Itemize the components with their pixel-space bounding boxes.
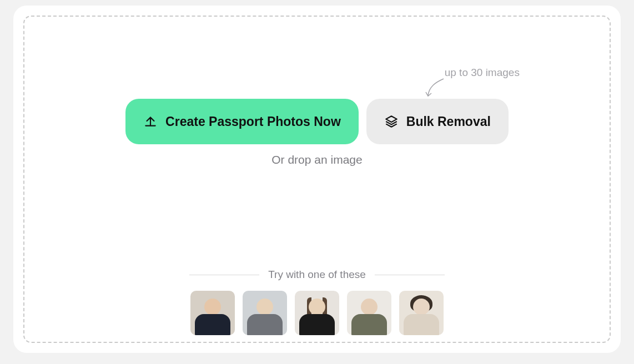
curved-arrow-icon [425, 78, 447, 101]
bulk-removal-button[interactable]: Bulk Removal [366, 99, 509, 144]
sample-photo-3[interactable] [295, 291, 339, 335]
dropzone[interactable]: up to 30 images Create Passport Photos N… [23, 16, 611, 343]
bulk-callout-label: up to 30 images [445, 67, 520, 79]
create-passport-button-label: Create Passport Photos Now [165, 114, 341, 129]
bulk-callout: up to 30 images [425, 67, 520, 101]
divider-right [375, 275, 445, 275]
upload-icon [143, 114, 158, 129]
bulk-removal-button-label: Bulk Removal [406, 114, 491, 129]
or-drop-hint: Or drop an image [271, 153, 362, 166]
sample-photo-5[interactable] [399, 291, 444, 335]
sample-photo-2[interactable] [243, 291, 287, 335]
samples-area: Try with one of these [24, 269, 610, 335]
sample-photo-1[interactable] [190, 291, 235, 335]
samples-heading: Try with one of these [259, 269, 375, 281]
sample-photo-4[interactable] [347, 291, 391, 335]
samples-heading-row: Try with one of these [189, 269, 445, 281]
samples-row [190, 291, 444, 335]
layers-icon [384, 114, 399, 129]
button-row: up to 30 images Create Passport Photos N… [125, 99, 509, 144]
divider-left [189, 275, 259, 275]
create-passport-button[interactable]: Create Passport Photos Now [125, 99, 359, 144]
upload-card: up to 30 images Create Passport Photos N… [13, 6, 621, 353]
button-area: up to 30 images Create Passport Photos N… [24, 99, 610, 166]
